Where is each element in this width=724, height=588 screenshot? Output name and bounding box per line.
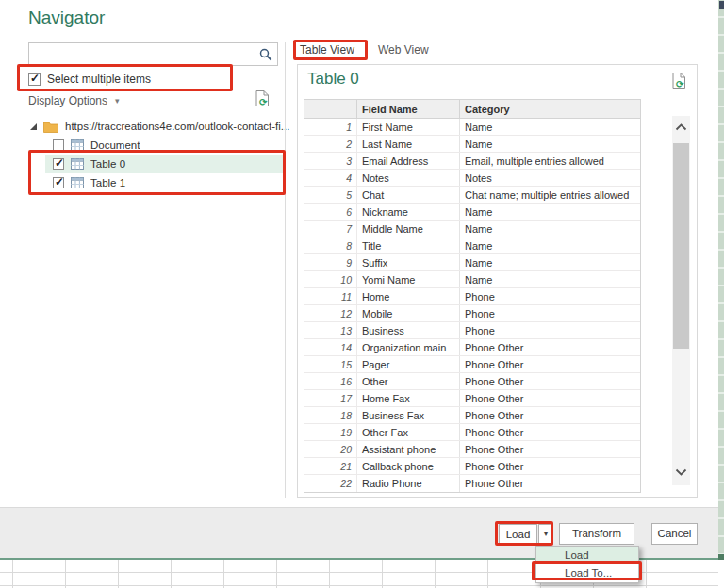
field-name-cell: Title <box>357 237 460 253</box>
row-number: 2 <box>304 136 357 152</box>
tree-expand-icon[interactable] <box>30 123 37 130</box>
table-row: 18Business FaxPhone Other <box>304 407 640 424</box>
preview-scrollbar[interactable] <box>672 116 690 485</box>
display-options-dropdown[interactable]: Display Options ▾ <box>28 94 120 107</box>
chevron-down-icon: ▾ <box>115 96 120 106</box>
row-number: 20 <box>304 441 357 457</box>
row-number: 13 <box>304 322 357 338</box>
sheet-side-strip <box>718 0 724 560</box>
scroll-up-icon[interactable] <box>675 123 687 131</box>
row-number: 14 <box>304 339 357 355</box>
row-number: 4 <box>304 170 357 186</box>
row-number: 19 <box>304 424 357 440</box>
field-name-cell: First Name <box>357 119 460 135</box>
category-cell: Phone Other <box>460 475 640 492</box>
table-row: 17Home FaxPhone Other <box>304 390 640 407</box>
tree-item-checkbox[interactable] <box>53 158 64 170</box>
field-name-cell: Suffix <box>357 254 460 270</box>
preview-table: Field Name Category 1First NameName2Last… <box>304 99 641 493</box>
tab-web-view[interactable]: Web View <box>378 43 429 57</box>
row-number: 18 <box>304 407 357 423</box>
tree-item-table-0[interactable]: Table 0 <box>45 155 285 173</box>
category-cell: Phone <box>460 322 640 338</box>
category-cell: Notes <box>460 170 640 186</box>
row-number-header <box>304 100 357 118</box>
table-row: 12MobilePhone <box>304 305 640 322</box>
tree-root-source[interactable]: https://traccreations4e.com/outlook-cont… <box>30 117 289 136</box>
svg-text:⟳: ⟳ <box>259 97 268 107</box>
row-number: 7 <box>304 220 357 237</box>
scroll-down-icon[interactable] <box>675 468 687 476</box>
table-row: 19Other FaxPhone Other <box>304 424 640 441</box>
field-name-cell: Pager <box>357 356 460 372</box>
search-icon[interactable] <box>259 48 272 61</box>
table-icon <box>71 158 84 170</box>
category-cell: Phone Other <box>460 407 640 423</box>
cancel-button[interactable]: Cancel <box>651 523 698 545</box>
category-cell: Phone Other <box>460 441 640 457</box>
table-row: 2Last NameName <box>304 136 640 153</box>
menu-item-load[interactable]: Load <box>536 547 638 564</box>
category-cell: Phone Other <box>460 390 640 406</box>
transform-data-button[interactable]: Transform Data <box>559 523 634 545</box>
tree-item-document[interactable]: Document <box>45 136 285 155</box>
column-header-category: Category <box>460 100 640 118</box>
row-number: 1 <box>304 119 357 135</box>
category-cell: Name <box>460 204 640 220</box>
row-number: 3 <box>304 153 357 169</box>
table-header-row: Field Name Category <box>304 100 640 119</box>
category-cell: Chat name; multiple entries allowed <box>460 187 640 203</box>
field-name-cell: Last Name <box>357 136 460 152</box>
row-number: 22 <box>304 475 357 492</box>
table-row: 4NotesNotes <box>304 170 640 187</box>
table-row: 21Callback phonePhone Other <box>304 458 640 475</box>
tree-item-checkbox[interactable] <box>53 139 64 151</box>
category-cell: Phone Other <box>460 356 640 372</box>
category-cell: Phone <box>460 305 640 321</box>
sheet-side-strip-corner <box>718 554 724 560</box>
field-name-cell: Radio Phone <box>357 475 460 492</box>
field-name-cell: Notes <box>357 170 460 186</box>
tab-table-view[interactable]: Table View <box>300 43 354 57</box>
field-name-cell: Nickname <box>357 204 460 220</box>
table-row: 22Radio PhonePhone Other <box>304 475 640 492</box>
search-input[interactable] <box>33 45 250 63</box>
select-multiple-checkbox[interactable] <box>28 74 41 86</box>
refresh-table-icon[interactable]: ⟳ <box>671 72 687 90</box>
table-row: 5ChatChat name; multiple entries allowed <box>304 187 640 204</box>
scrollbar-thumb[interactable] <box>673 143 689 349</box>
field-name-cell: Other Fax <box>357 424 460 440</box>
table-icon <box>71 177 84 188</box>
table-row: 11HomePhone <box>304 288 640 305</box>
table-row: 15PagerPhone Other <box>304 356 640 373</box>
select-multiple-row[interactable]: Select multiple items <box>28 71 151 88</box>
category-cell: Phone Other <box>460 458 640 474</box>
navigator-dialog: Navigator Select multiple items Display … <box>0 0 724 588</box>
load-button[interactable]: Load <box>499 524 537 545</box>
field-name-cell: Business <box>357 322 460 338</box>
display-options-label: Display Options <box>28 94 107 107</box>
row-number: 12 <box>304 305 357 321</box>
row-number: 5 <box>304 187 357 203</box>
field-name-cell: Yomi Name <box>357 271 460 287</box>
tree-item-list: DocumentTable 0Table 1 <box>45 136 285 192</box>
page-title: Navigator <box>28 8 105 28</box>
tree-item-table-1[interactable]: Table 1 <box>45 173 285 192</box>
table-row: 3Email AddressEmail, multiple entries al… <box>304 153 640 170</box>
load-dropdown-arrow-button[interactable]: ▾ <box>538 524 553 545</box>
refresh-preview-icon[interactable]: ⟳ <box>255 90 271 107</box>
table-row: 9SuffixName <box>304 254 640 271</box>
row-number: 6 <box>304 204 357 220</box>
row-number: 16 <box>304 373 357 389</box>
tree-item-checkbox[interactable] <box>53 177 64 188</box>
category-cell: Name <box>460 271 640 287</box>
load-dropdown-menu: LoadLoad To... <box>535 546 639 583</box>
category-cell: Phone Other <box>460 373 640 389</box>
svg-text:⟳: ⟳ <box>676 79 684 90</box>
row-number: 17 <box>304 390 357 406</box>
table-row: 14Organization mainPhone Other <box>304 339 640 356</box>
table-row: 8TitleName <box>304 237 640 254</box>
sheet-side-glyph <box>719 1 724 9</box>
search-box <box>28 42 278 66</box>
menu-item-load-to[interactable]: Load To... <box>536 564 638 582</box>
